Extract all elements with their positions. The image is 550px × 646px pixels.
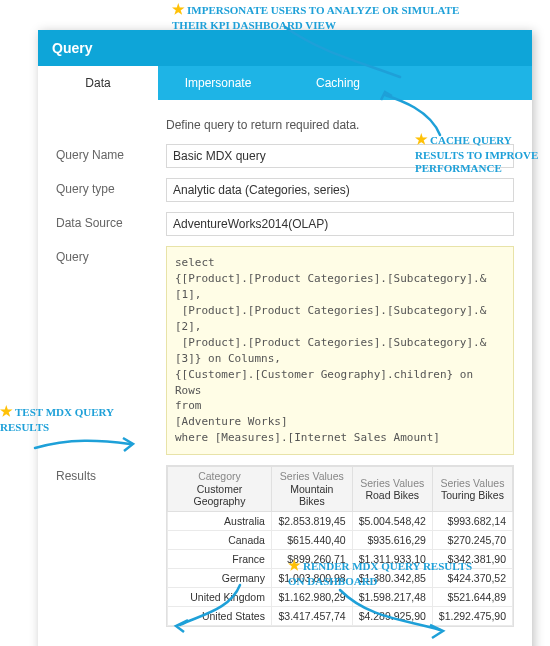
table-cell: France xyxy=(168,550,272,569)
hint-text: Define query to return required data. xyxy=(166,118,514,132)
table-cell: $270.245,70 xyxy=(432,531,512,550)
star-icon: ★ xyxy=(0,404,13,419)
col-header: Series ValuesTouring Bikes xyxy=(432,467,512,512)
tab-caching[interactable]: Caching xyxy=(278,66,398,100)
input-query-name[interactable]: Basic MDX query xyxy=(166,144,514,168)
table-cell: $424.370,52 xyxy=(432,569,512,588)
table-cell: $1.292.475,90 xyxy=(432,607,512,626)
label-query: Query xyxy=(56,246,166,264)
table-cell: $1.598.217,48 xyxy=(352,588,432,607)
table-cell: $3.417.457,74 xyxy=(271,607,352,626)
table-row: France$899.260,71$1.311.933,10$342.381,9… xyxy=(168,550,513,569)
results-table-wrap: CategoryCustomer Geography Series Values… xyxy=(166,465,514,627)
table-cell: United Kingdom xyxy=(168,588,272,607)
table-cell: $1.003.800,98 xyxy=(271,569,352,588)
table-cell: $935.616,29 xyxy=(352,531,432,550)
col-header: CategoryCustomer Geography xyxy=(168,467,272,512)
table-cell: $993.682,14 xyxy=(432,512,512,531)
table-cell: United States xyxy=(168,607,272,626)
label-query-type: Query type xyxy=(56,178,166,196)
table-cell: $5.004.548,42 xyxy=(352,512,432,531)
col-header: Series ValuesMountain Bikes xyxy=(271,467,352,512)
table-row: Germany$1.003.800,98$1.380.342,85$424.37… xyxy=(168,569,513,588)
table-row: United States$3.417.457,74$4.289.925,90$… xyxy=(168,607,513,626)
label-results: Results xyxy=(56,465,166,483)
table-cell: Australia xyxy=(168,512,272,531)
table-cell: $342.381,90 xyxy=(432,550,512,569)
input-data-source[interactable]: AdventureWorks2014(OLAP) xyxy=(166,212,514,236)
table-cell: $899.260,71 xyxy=(271,550,352,569)
input-query-type[interactable]: Analytic data (Categories, series) xyxy=(166,178,514,202)
table-cell: Germany xyxy=(168,569,272,588)
table-row: United Kingdom$1.162.980,29$1.598.217,48… xyxy=(168,588,513,607)
results-table: CategoryCustomer Geography Series Values… xyxy=(167,466,513,626)
tab-impersonate[interactable]: Impersonate xyxy=(158,66,278,100)
panel-title: Query xyxy=(38,30,532,66)
table-cell: $615.440,40 xyxy=(271,531,352,550)
table-cell: $521.644,89 xyxy=(432,588,512,607)
table-cell: Canada xyxy=(168,531,272,550)
annotation-impersonate: ★IMPERSONATE USERS TO ANALYZE OR SIMULAT… xyxy=(172,2,492,32)
star-icon: ★ xyxy=(172,2,185,17)
table-cell: $1.380.342,85 xyxy=(352,569,432,588)
table-row: Canada$615.440,40$935.616,29$270.245,70 xyxy=(168,531,513,550)
panel-body: Define query to return required data. Qu… xyxy=(38,100,532,646)
table-cell: $1.311.933,10 xyxy=(352,550,432,569)
table-cell: $1.162.980,29 xyxy=(271,588,352,607)
col-header: Series ValuesRoad Bikes xyxy=(352,467,432,512)
label-data-source: Data Source xyxy=(56,212,166,230)
tab-data[interactable]: Data xyxy=(38,66,158,100)
textarea-query[interactable]: select {[Product].[Product Categories].[… xyxy=(166,246,514,455)
tab-bar: Data Impersonate Caching xyxy=(38,66,532,100)
table-cell: $4.289.925,90 xyxy=(352,607,432,626)
table-row: Australia$2.853.819,45$5.004.548,42$993.… xyxy=(168,512,513,531)
query-panel: Query Data Impersonate Caching Define qu… xyxy=(38,30,532,646)
label-query-name: Query Name xyxy=(56,144,166,162)
table-cell: $2.853.819,45 xyxy=(271,512,352,531)
